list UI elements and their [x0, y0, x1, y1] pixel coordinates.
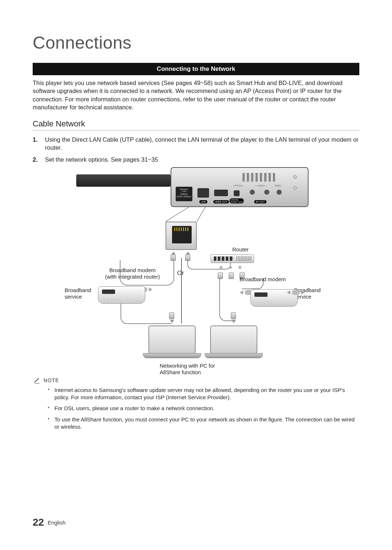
network-diagram: Wireless LAN Adapter (DC5V 500mA) LAN HD…: [54, 167, 338, 371]
note-label: NOTE: [44, 377, 59, 383]
section-bar: Connecting to the Network: [33, 63, 359, 75]
lan-label: LAN: [199, 200, 207, 203]
note-item: To use the AllShare function, you must c…: [48, 416, 359, 431]
cable-plug-icon: [169, 312, 174, 319]
broadband-link-icon: [287, 290, 305, 295]
digital-audio-label: DIGITAL AUDIO OUT: [229, 198, 244, 203]
lan-port: [197, 188, 209, 198]
note-item: For DSL users, please use a router to ma…: [48, 405, 359, 412]
cable-line: [121, 304, 171, 324]
intro-paragraph: This player lets you use network based s…: [33, 79, 359, 111]
hdmi-port: [214, 190, 228, 196]
broadband-modem-integrated-label: Broadband modem (with integrated router): [98, 267, 167, 280]
video-label: VIDEO: [274, 185, 281, 187]
note-list: Internet access to Samsung's software up…: [33, 387, 359, 430]
or-label: Or: [177, 270, 184, 277]
page-number: 22: [33, 517, 44, 528]
cable-plug-icon: [231, 312, 236, 319]
note-icon: [34, 377, 41, 384]
broadband-modem-label: Broadband modem: [240, 276, 305, 283]
digital-audio-port: [234, 190, 240, 196]
audio-jack: [264, 190, 269, 195]
note-item: Internet access to Samsung's software up…: [48, 387, 359, 401]
router-label: Router: [232, 246, 249, 253]
chapter-title: Connections: [33, 33, 359, 53]
sub-heading: Cable Network: [33, 119, 359, 130]
audio-jack: [250, 190, 255, 195]
avout-label: AV OUT: [254, 200, 266, 203]
audio-label: — AUDIO —: [255, 185, 267, 187]
page-language: English: [48, 519, 65, 526]
arrow-up-icon: [219, 265, 242, 268]
laptop-icon: [143, 325, 201, 362]
arrow-up-icon: [171, 251, 176, 255]
step-list: Using the Direct LAN Cable (UTP cable), …: [33, 136, 359, 163]
optical-label: OPTICAL: [234, 185, 243, 187]
modem-icon: [98, 286, 145, 304]
player-body-icon: [76, 174, 171, 187]
arrow-down-icon: [232, 320, 236, 323]
router-icon: [211, 254, 254, 263]
step-item: Using the Direct LAN Cable (UTP cable), …: [33, 136, 359, 152]
player-rear-panel: Wireless LAN Adapter (DC5V 500mA) LAN HD…: [171, 167, 309, 207]
arrow-down-icon: [170, 320, 174, 323]
page-footer: 22 English: [33, 517, 66, 528]
rj45-closeup-icon: [166, 222, 197, 250]
note-block: NOTE Internet access to Samsung's softwa…: [33, 377, 359, 430]
hdmi-label: HDMI OUT: [213, 200, 229, 203]
allshare-caption: Networking with PC for AllShare function: [160, 363, 240, 376]
laptop-icon: [205, 325, 263, 362]
vent-icon: [242, 173, 275, 182]
broadband-service-label: Broadband service: [65, 287, 99, 300]
video-jack: [277, 190, 282, 195]
screw-icon: [293, 175, 297, 179]
arrow-up-icon: [186, 251, 190, 255]
step-item: Set the network options. See pages 31~35: [33, 155, 359, 163]
